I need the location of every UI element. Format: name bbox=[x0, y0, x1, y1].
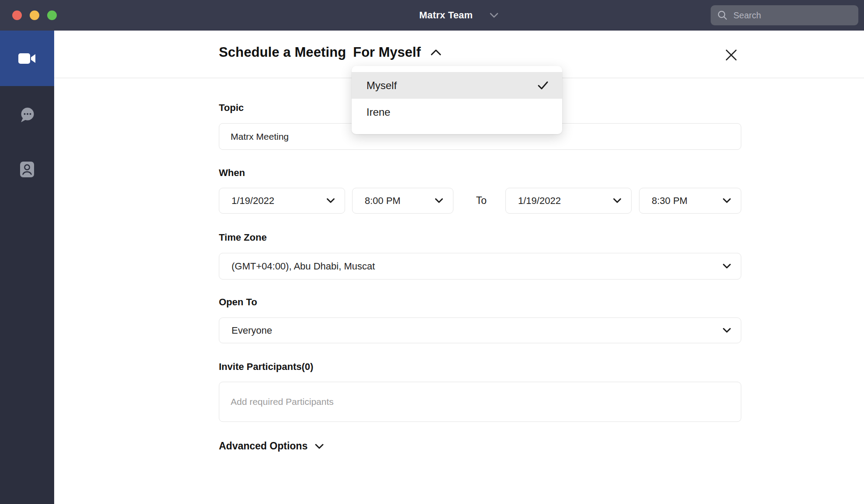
end-date-value: 1/19/2022 bbox=[518, 195, 561, 207]
minimize-window-button[interactable] bbox=[30, 10, 39, 20]
timezone-label: Time Zone bbox=[219, 231, 267, 244]
end-date-select[interactable]: 1/19/2022 bbox=[505, 188, 632, 214]
dialog-header: Schedule a Meeting For Myself bbox=[219, 43, 442, 62]
menu-option-irene[interactable]: Irene bbox=[352, 99, 562, 125]
check-icon bbox=[537, 80, 549, 91]
page-title: Schedule a Meeting bbox=[219, 45, 346, 60]
chevron-down-icon bbox=[613, 198, 622, 204]
close-window-button[interactable] bbox=[12, 10, 22, 20]
start-date-select[interactable]: 1/19/2022 bbox=[219, 188, 345, 214]
chevron-up-icon bbox=[430, 49, 442, 56]
team-selector[interactable]: Matrx Team bbox=[419, 10, 499, 21]
when-label: When bbox=[219, 166, 245, 180]
chevron-down-icon bbox=[314, 443, 324, 449]
chevron-down-icon bbox=[435, 198, 443, 204]
sidebar bbox=[0, 31, 54, 504]
chevron-down-icon bbox=[489, 12, 499, 18]
invite-participants-label: Invite Participants(0) bbox=[219, 360, 313, 373]
sidebar-item-contacts[interactable] bbox=[0, 156, 54, 183]
start-time-select[interactable]: 8:00 PM bbox=[352, 188, 453, 214]
participants-input[interactable] bbox=[219, 382, 741, 422]
scope-label: For Myself bbox=[353, 45, 421, 60]
advanced-options-toggle[interactable]: Advanced Options bbox=[219, 440, 324, 452]
contacts-icon bbox=[19, 161, 35, 178]
start-time-value: 8:00 PM bbox=[365, 195, 401, 207]
menu-option-myself[interactable]: Myself bbox=[352, 72, 562, 99]
window-titlebar: Matrx Team bbox=[0, 0, 864, 31]
open-to-label: Open To bbox=[219, 296, 257, 309]
schedule-meeting-panel: Schedule a Meeting For Myself Myself bbox=[54, 31, 864, 504]
chevron-down-icon bbox=[722, 263, 731, 269]
end-time-value: 8:30 PM bbox=[652, 195, 688, 207]
advanced-options-label: Advanced Options bbox=[219, 440, 308, 452]
search-box[interactable] bbox=[711, 5, 858, 25]
close-dialog-button[interactable] bbox=[721, 45, 742, 66]
video-camera-icon bbox=[18, 52, 36, 65]
chat-bubble-icon bbox=[18, 106, 36, 124]
open-to-select[interactable]: Everyone bbox=[219, 318, 741, 343]
team-name: Matrx Team bbox=[419, 10, 473, 21]
timezone-value: (GMT+04:00), Abu Dhabi, Muscat bbox=[232, 261, 375, 272]
start-date-value: 1/19/2022 bbox=[232, 195, 274, 207]
end-time-select[interactable]: 8:30 PM bbox=[639, 188, 741, 214]
menu-option-label: Myself bbox=[366, 79, 537, 92]
chevron-down-icon bbox=[326, 198, 335, 204]
close-icon bbox=[724, 48, 738, 62]
open-to-value: Everyone bbox=[232, 325, 272, 336]
sidebar-item-chat[interactable] bbox=[0, 102, 54, 128]
topic-label: Topic bbox=[219, 101, 244, 114]
scope-dropdown-menu: Myself Irene bbox=[352, 66, 562, 134]
search-icon bbox=[717, 10, 728, 21]
chevron-down-icon bbox=[722, 328, 731, 333]
search-input[interactable] bbox=[733, 10, 852, 21]
menu-option-label: Irene bbox=[366, 106, 549, 118]
app-window: Matrx Team bbox=[0, 0, 864, 504]
to-label: To bbox=[468, 188, 494, 214]
sidebar-item-meetings[interactable] bbox=[0, 31, 54, 86]
timezone-select[interactable]: (GMT+04:00), Abu Dhabi, Muscat bbox=[219, 253, 741, 280]
scope-toggle-button[interactable]: For Myself bbox=[353, 45, 442, 60]
chevron-down-icon bbox=[722, 198, 731, 204]
